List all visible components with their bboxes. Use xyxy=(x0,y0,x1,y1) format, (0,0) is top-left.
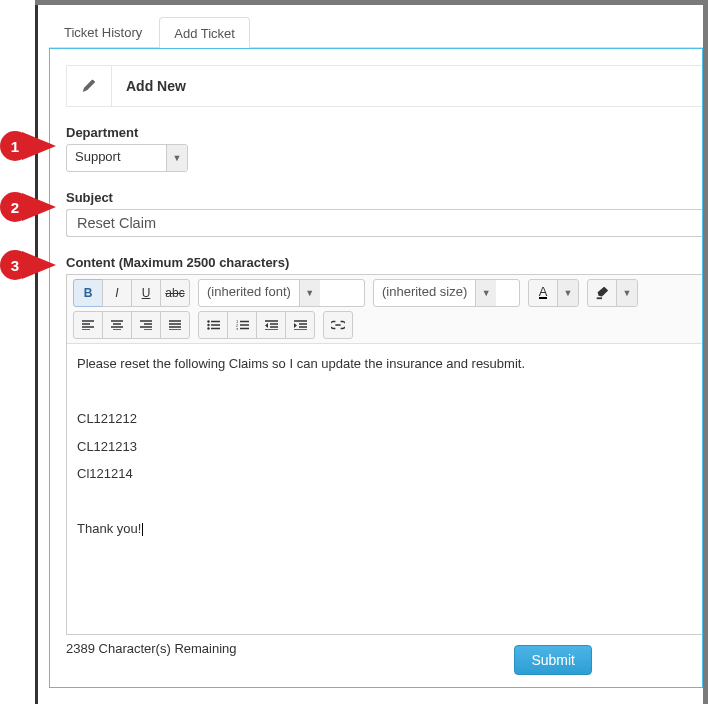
italic-button[interactable]: I xyxy=(102,279,132,307)
svg-point-2 xyxy=(207,324,209,326)
bullet-list-button[interactable] xyxy=(198,311,228,339)
svg-point-1 xyxy=(207,320,209,322)
subject-label: Subject xyxy=(66,190,702,205)
callout-number: 1 xyxy=(0,131,30,161)
editor-toolbar: B I U abc (inherited font) ▼ (inherited … xyxy=(67,275,702,344)
highlight-icon xyxy=(588,280,616,306)
chevron-down-icon: ▼ xyxy=(299,280,320,306)
text-color-button[interactable]: A ▼ xyxy=(528,279,579,307)
callout-2: 2 xyxy=(0,192,56,222)
align-right-button[interactable] xyxy=(131,311,161,339)
subject-input[interactable] xyxy=(66,209,702,237)
department-select[interactable]: Support ▼ xyxy=(66,144,188,172)
ordered-list-button[interactable]: 123 xyxy=(227,311,257,339)
tab-ticket-history[interactable]: Ticket History xyxy=(49,16,157,47)
tab-bar: Ticket History Add Ticket xyxy=(49,13,703,48)
align-left-button[interactable] xyxy=(73,311,103,339)
font-size-select[interactable]: (inherited size) ▼ xyxy=(373,279,520,307)
font-family-value: (inherited font) xyxy=(199,280,299,306)
content-label: Content (Maximum 2500 characters) xyxy=(66,255,702,270)
char-count: 2389 Character(s) Remaining xyxy=(66,641,702,656)
font-size-value: (inherited size) xyxy=(374,280,475,306)
highlight-color-button[interactable]: ▼ xyxy=(587,279,638,307)
bold-button[interactable]: B xyxy=(73,279,103,307)
chevron-down-icon: ▼ xyxy=(557,280,578,306)
outdent-button[interactable] xyxy=(256,311,286,339)
add-ticket-panel: Add New Department Support ▼ Subject Con… xyxy=(49,48,703,688)
svg-text:3: 3 xyxy=(236,327,239,330)
align-justify-button[interactable] xyxy=(160,311,190,339)
submit-button[interactable]: Submit xyxy=(514,645,592,675)
panel-header: Add New xyxy=(66,65,702,107)
department-label: Department xyxy=(66,125,702,140)
rich-text-editor: B I U abc (inherited font) ▼ (inherited … xyxy=(66,274,702,635)
callout-3: 3 xyxy=(0,250,56,280)
tab-add-ticket[interactable]: Add Ticket xyxy=(159,17,250,48)
callout-number: 2 xyxy=(0,192,30,222)
strike-button[interactable]: abc xyxy=(160,279,190,307)
svg-rect-0 xyxy=(597,297,602,299)
edit-icon xyxy=(67,66,112,106)
department-value: Support xyxy=(67,145,166,171)
link-button[interactable] xyxy=(323,311,353,339)
editor-content[interactable]: Please reset the following Claims so I c… xyxy=(67,344,702,634)
chevron-down-icon: ▼ xyxy=(166,145,187,171)
underline-button[interactable]: U xyxy=(131,279,161,307)
callout-1: 1 xyxy=(0,131,56,161)
panel-title: Add New xyxy=(112,78,186,94)
text-color-icon: A xyxy=(529,280,557,306)
svg-point-3 xyxy=(207,327,209,329)
align-center-button[interactable] xyxy=(102,311,132,339)
font-family-select[interactable]: (inherited font) ▼ xyxy=(198,279,365,307)
indent-button[interactable] xyxy=(285,311,315,339)
callout-number: 3 xyxy=(0,250,30,280)
chevron-down-icon: ▼ xyxy=(475,280,496,306)
chevron-down-icon: ▼ xyxy=(616,280,637,306)
